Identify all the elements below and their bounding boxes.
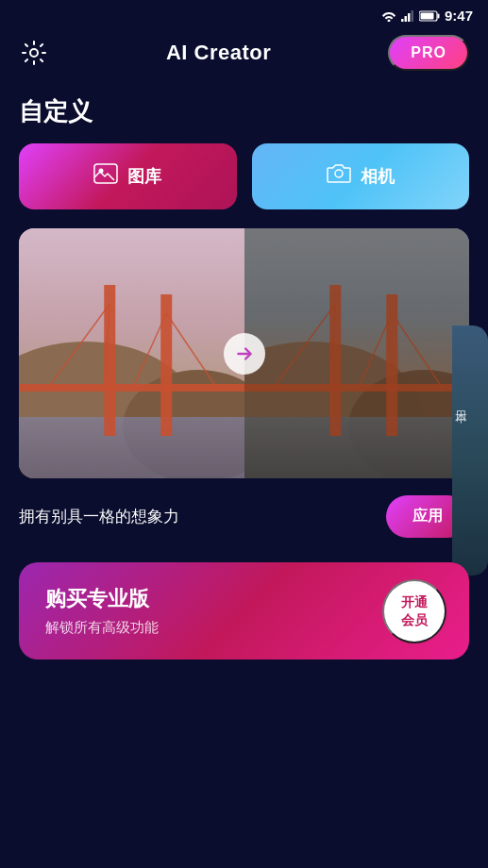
apply-description: 拥有别具一格的想象力 — [19, 506, 179, 527]
section-title: 自定义 — [0, 86, 488, 143]
svg-rect-16 — [160, 294, 172, 436]
pro-purchase-banner: 购买专业版 解锁所有高级功能 开通 会员 — [19, 562, 469, 659]
action-buttons: 图库 相机 — [0, 143, 488, 228]
gallery-button[interactable]: 图库 — [19, 143, 237, 209]
svg-rect-1 — [404, 16, 407, 22]
activate-line1: 开通 — [401, 593, 428, 610]
signal-icon — [401, 10, 414, 22]
camera-label: 相机 — [361, 165, 395, 188]
svg-rect-34 — [452, 326, 488, 576]
svg-point-7 — [30, 49, 38, 57]
pro-banner-title: 购买专业版 — [45, 585, 375, 613]
status-icons: 9:47 — [381, 8, 473, 24]
filtered-image — [244, 228, 470, 478]
pro-badge-button[interactable]: PRO — [388, 35, 469, 71]
image-showcase — [19, 228, 469, 478]
gallery-icon — [93, 163, 118, 190]
pro-banner-subtitle: 解锁所有高级功能 — [45, 619, 375, 637]
status-time: 9:47 — [445, 8, 473, 24]
activate-line2: 会员 — [401, 611, 428, 628]
status-bar: 9:47 — [0, 0, 488, 27]
original-image — [19, 228, 244, 478]
svg-rect-14 — [19, 417, 244, 478]
svg-rect-5 — [420, 12, 433, 19]
peek-card: 日本 — [452, 326, 488, 576]
activate-button[interactable]: 开通 会员 — [382, 579, 446, 643]
settings-icon[interactable] — [19, 38, 49, 68]
svg-rect-33 — [244, 228, 470, 478]
app-title: AI Creator — [166, 41, 271, 65]
camera-icon — [327, 163, 351, 190]
arrow-button[interactable] — [224, 333, 265, 375]
svg-rect-21 — [19, 384, 244, 392]
svg-rect-6 — [437, 13, 439, 18]
wifi-icon — [381, 10, 396, 22]
battery-icon — [419, 10, 440, 22]
svg-rect-0 — [401, 19, 404, 22]
gallery-label: 图库 — [127, 165, 161, 188]
app-header: AI Creator PRO — [0, 27, 488, 86]
svg-rect-3 — [411, 10, 413, 22]
apply-row: 拥有别具一格的想象力 应用 — [0, 478, 488, 555]
svg-rect-2 — [408, 13, 411, 22]
camera-button[interactable]: 相机 — [252, 143, 470, 209]
svg-point-10 — [335, 170, 343, 177]
